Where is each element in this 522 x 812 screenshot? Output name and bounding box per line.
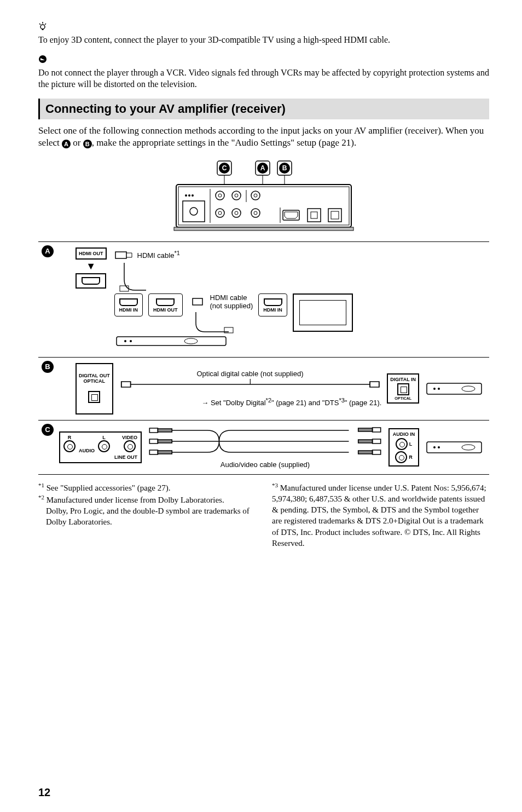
amp-hdmi-in: HDMI IN [114,293,143,316]
panel-a-label: A [42,245,54,257]
svg-line-3 [45,24,46,25]
svg-point-77 [462,445,475,450]
optical-connector-icon [88,391,100,403]
svg-point-53 [184,338,198,344]
av-cable-icon [147,426,383,459]
svg-rect-43 [328,209,341,222]
rca-jack-icon [63,440,76,452]
amp-chassis-icon-b [425,378,485,400]
cable-curve-icon-2 [192,310,235,335]
hdmi-plug-icon [114,250,134,261]
cable-curve-icon [114,261,153,293]
svg-rect-66 [149,450,158,454]
l-label-2: L [409,441,413,447]
svg-point-76 [438,446,440,448]
svg-rect-48 [193,298,202,305]
hdmi-cable-not-supplied-label: HDMI cable (not supplied) [210,293,253,310]
svg-point-27 [232,191,241,200]
svg-point-34 [235,211,238,215]
rca-in-r-icon [395,451,407,463]
hdmi-connector-icon [82,277,100,285]
svg-point-33 [232,209,241,217]
svg-point-75 [433,446,436,448]
av-cable-label: Audio/video cable (supplied) [147,460,383,469]
hdmi-out-label-2: HDMI OUT [153,307,178,313]
footnotes: *1 See "Supplied accessories" (page 27).… [38,481,489,549]
svg-point-28 [235,194,238,197]
svg-point-31 [216,209,224,217]
digital-in-label: DIGITAL IN [390,377,416,382]
rca-in-l-icon [396,438,408,450]
footnote-3: *3 Manufactured under license under U.S.… [272,481,489,549]
svg-point-59 [433,388,436,390]
svg-rect-18 [176,185,351,227]
tv-hdmi-in: HDMI IN [258,293,287,316]
connection-panel-b: B DIGITAL OUT OPTICAL Optical digital ca… [38,358,489,421]
svg-rect-54 [121,382,130,387]
svg-rect-73 [373,450,381,454]
l-label: L [98,435,110,440]
svg-point-21 [190,208,198,215]
audio-label: AUDIO [79,448,95,453]
svg-text:C: C [222,164,227,172]
svg-rect-70 [358,440,373,443]
svg-point-29 [251,191,260,200]
svg-point-26 [218,194,222,197]
hdmi-out-port: HDMI OUT [76,247,107,260]
svg-rect-64 [149,439,158,444]
line-out-port: R AUDIO L VIDEO LINE OUT [59,431,142,463]
hdmi-in-label-2: HDMI IN [263,307,282,313]
svg-rect-50 [117,337,226,345]
svg-point-23 [188,194,190,197]
rca-jack-icon-3 [124,440,136,452]
svg-rect-20 [183,201,205,222]
svg-point-32 [218,211,222,215]
hdmi-in-label: HDMI IN [119,307,138,313]
connection-panel-a: A HDMI OUT ▼ HDMI cable*1 [38,241,489,358]
svg-rect-47 [120,286,129,291]
optical-cable-icon [119,379,382,390]
section-intro: Select one of the following connection m… [38,125,489,149]
connection-panel-c: C R AUDIO L VIDEO LINE OUT [38,421,489,475]
panel-b-label: B [42,361,54,373]
optical-cable-label: Optical digital cable (not supplied) [119,370,382,378]
svg-rect-4 [42,29,44,30]
intro-part2: or [71,137,83,148]
svg-point-61 [462,386,475,391]
amp-chassis-icon-c [425,436,485,458]
svg-rect-71 [373,439,381,444]
optical-in-connector-icon [397,383,409,395]
hdmi-plug-icon-2 [192,297,208,307]
svg-text:A: A [260,164,265,172]
svg-rect-41 [308,209,321,222]
rca-jack-icon-2 [98,440,110,452]
video-label: VIDEO [122,435,137,440]
digital-out-optical-label: DIGITAL OUT OPTICAL [79,373,110,384]
panel-c-label: C [42,424,54,436]
svg-line-2 [39,24,40,25]
amp-hdmi-out: HDMI OUT [148,293,183,316]
svg-text:B: B [282,164,287,172]
caution-text: Do not connect the player through a VCR.… [38,67,489,90]
diagram-area: C A B [38,158,489,475]
svg-point-24 [192,194,194,197]
svg-rect-65 [158,440,172,443]
arrow-down-icon: ▼ [76,261,107,272]
svg-rect-68 [358,428,373,431]
svg-point-30 [254,194,257,197]
footnote-2b: Dolby, Pro Logic, and the double-D symbo… [38,505,256,528]
svg-rect-19 [178,187,349,225]
svg-point-60 [438,388,440,390]
svg-rect-57 [370,382,379,387]
svg-rect-63 [158,429,172,432]
svg-point-0 [40,25,45,29]
svg-rect-46 [115,252,126,258]
svg-point-51 [124,340,126,342]
tip-icon [38,22,489,33]
svg-point-52 [130,340,132,342]
receiver-rear-diagram: C A B [38,158,489,237]
audio-in-label: AUDIO IN [392,431,416,437]
svg-point-35 [251,209,260,217]
svg-point-25 [216,191,224,200]
footnote-2a: *2 Manufactured under license from Dolby… [38,493,256,505]
